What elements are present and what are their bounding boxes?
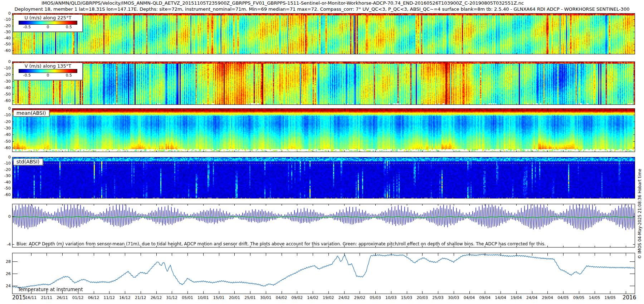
x-tick-label: 29/02	[354, 295, 365, 300]
x-tick-label: 10/03	[385, 295, 397, 300]
colorbar-tick-label: -0.5	[23, 73, 31, 78]
y-tick-label: -30	[4, 173, 11, 178]
u-colorbar-tick-labels: -0.5 0 0.5	[19, 25, 77, 30]
y-tick-label: -40	[4, 132, 11, 137]
x-tick-label: 20/01	[229, 295, 240, 300]
colorbar-tick-label: 0.5	[66, 73, 72, 78]
x-tick-label: 15/01	[213, 295, 225, 300]
y-tick-label: -30	[4, 29, 11, 34]
y-tick-label: -60	[4, 146, 11, 150]
jet-colorbar	[19, 69, 77, 73]
x-tick-label: 19/02	[323, 295, 334, 300]
x-tick-label: 24/02	[338, 295, 350, 300]
x-tick-label: 04/02	[276, 295, 287, 300]
y-tick-label: -10	[4, 17, 11, 22]
x-tick-label: 05/01	[182, 295, 193, 300]
x-tick-label: 04/04	[464, 295, 475, 300]
y-tick-label: -20	[4, 119, 11, 124]
x-tick-label: 15/03	[401, 295, 413, 300]
x-tick-label: 11/12	[103, 295, 115, 300]
colorbar-tick-label: 0.5	[66, 25, 72, 29]
colorbar-tick-label: -0.5	[23, 25, 31, 29]
v-velocity-legend: V (m/s) along 135°T -0.5 0 0.5	[13, 63, 83, 80]
y-tick-label: -50	[4, 139, 11, 143]
x-tick-label: 16/12	[119, 295, 131, 300]
x-tick-label: 10/01	[197, 295, 209, 300]
x-tick-label: 30/03	[448, 295, 459, 300]
x-tick-label: 19/05	[604, 295, 616, 300]
x-tick-label: 25/01	[244, 295, 256, 300]
plot-title-line2: Deployment 18, member 1 lat=18.31S lon=1…	[0, 6, 644, 12]
y-tick-label: 0	[8, 155, 11, 160]
colorbar-tick-label: 0	[47, 25, 49, 29]
u-velocity-legend-title: U (m/s) along 225°T	[14, 15, 82, 21]
y-tick-label: -4	[7, 242, 11, 247]
depth-variation-annotation: Blue: ADCP Depth (m) variation from sens…	[16, 241, 546, 246]
x-tick-label: 19/04	[511, 295, 522, 300]
y-tick-label: -40	[4, 85, 11, 90]
v-colorbar-tick-labels: -0.5 0 0.5	[19, 73, 77, 78]
y-tick-label: 0	[8, 214, 11, 219]
y-tick-label: 26	[6, 271, 11, 276]
y-tick-label: -60	[4, 48, 11, 53]
std-absi-label: std(ABSI)	[13, 158, 43, 165]
y-tick-label: -40	[4, 180, 11, 184]
panel-std-absi: std(ABSI)	[12, 157, 635, 198]
v-velocity-heatmap	[12, 62, 635, 105]
y-tick-label: -50	[4, 186, 11, 191]
y-tick-label: -60	[4, 192, 11, 197]
y-tick-label: -20	[4, 72, 11, 77]
x-tick-label: 25/03	[432, 295, 444, 300]
year-label-start: 2015	[12, 294, 26, 301]
x-tick-label: 09/05	[573, 295, 585, 300]
x-tick-label: 29/04	[542, 295, 553, 300]
x-tick-label: 20/03	[416, 295, 428, 300]
panel-v-velocity: V (m/s) along 135°T -0.5 0 0.5	[12, 62, 635, 105]
x-tick-label: 14/02	[307, 295, 318, 300]
x-tick-label: 21/12	[135, 295, 146, 300]
depth-variation-plot	[12, 204, 635, 247]
y-tick-label: -50	[4, 42, 11, 46]
temperature-label: Temperature at instrument	[18, 286, 83, 292]
panel-mean-absi: mean(ABSI)	[12, 108, 635, 152]
x-tick-label: 09/04	[479, 295, 491, 300]
v-velocity-legend-title: V (m/s) along 135°T	[14, 63, 82, 69]
y-tick-label: -10	[4, 113, 11, 117]
std-absi-heatmap	[12, 157, 635, 198]
x-tick-label: 16/11	[25, 295, 37, 300]
y-tick-label: -40	[4, 36, 11, 40]
y-tick-label: -30	[4, 79, 11, 83]
colorbar-tick-label: 0	[47, 73, 49, 78]
y-tick-label: 0	[8, 11, 11, 16]
y-tick-label: -20	[4, 167, 11, 172]
x-tick-label: 01/12	[72, 295, 84, 300]
x-tick-label: 21/11	[41, 295, 52, 300]
copyright-vertical-text: © IMOS 04-May-2025 21:08:36 Hobart time	[637, 167, 642, 261]
mean-absi-label: mean(ABSI)	[13, 110, 49, 117]
y-tick-label: -30	[4, 126, 11, 131]
plot-title-line1: IMOS/ANMN/QLD/GBRPPS/Velocity/IMOS_ANMN-…	[0, 0, 565, 6]
x-tick-label: 26/12	[151, 295, 162, 300]
y-tick-label: -10	[4, 66, 11, 70]
u-velocity-legend: U (m/s) along 225°T -0.5 0 0.5	[13, 14, 83, 32]
x-tick-label: 30/01	[260, 295, 272, 300]
temperature-plot	[12, 253, 635, 294]
u-velocity-heatmap	[12, 13, 635, 54]
x-tick-label: 24/04	[526, 295, 538, 300]
x-tick-label: 14/05	[589, 295, 600, 300]
mean-absi-heatmap	[12, 108, 635, 152]
x-tick-label: 14/04	[495, 295, 506, 300]
y-tick-label: -20	[4, 23, 11, 28]
x-tick-label: 06/12	[88, 295, 99, 300]
x-tick-label: 04/05	[557, 295, 569, 300]
x-tick-label: 26/11	[57, 295, 68, 300]
panel-temperature: Temperature at instrument	[12, 253, 635, 294]
y-tick-label: -10	[4, 161, 11, 166]
x-tick-label: 31/12	[166, 295, 177, 300]
y-tick-label: 28	[6, 259, 11, 264]
y-tick-label: 0	[8, 106, 11, 111]
y-tick-label: 0	[8, 59, 11, 64]
year-label-end: 2016	[623, 294, 636, 301]
jet-colorbar	[19, 21, 77, 25]
y-tick-label: -60	[4, 98, 11, 103]
